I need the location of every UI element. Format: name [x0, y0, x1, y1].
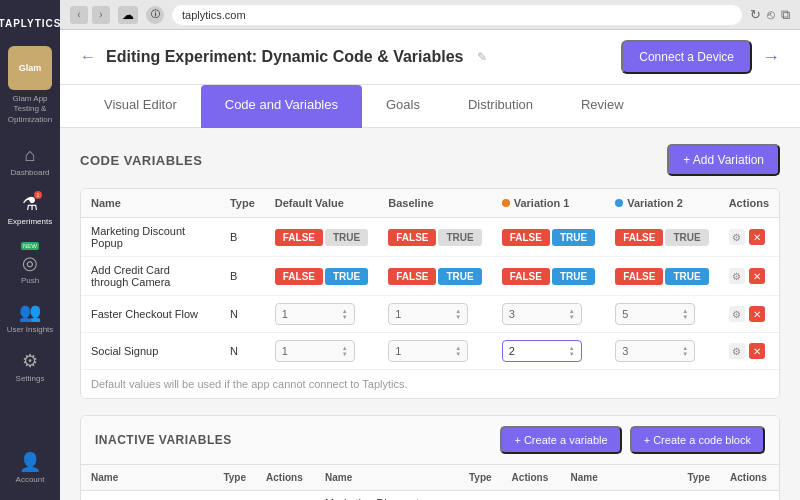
- tab-review[interactable]: Review: [557, 85, 648, 127]
- gear-icon[interactable]: ⚙: [729, 343, 745, 359]
- table-row: Social Signup N 1 ▲▼ 1 ▲▼: [81, 333, 779, 370]
- var2-false-btn[interactable]: FALSE: [615, 268, 663, 285]
- tab-bar: Visual Editor Code and Variables Goals D…: [60, 85, 800, 128]
- baseline-num: 1 ▲▼: [378, 333, 491, 370]
- baseline-false-btn[interactable]: FALSE: [388, 268, 436, 285]
- baseline-num-input[interactable]: 1 ▲▼: [388, 303, 468, 325]
- default-toggle: FALSE TRUE: [265, 257, 378, 296]
- default-false-btn[interactable]: FALSE: [275, 229, 323, 246]
- th-type-col3: Type: [677, 465, 720, 491]
- inactive-buttons: + Create a variable + Create a code bloc…: [500, 426, 765, 454]
- th-name-col1: Name: [81, 465, 213, 491]
- var1-num-input-active[interactable]: 2 ▲▼: [502, 340, 582, 362]
- browser-nav: ‹ ›: [70, 6, 110, 24]
- var1-true-btn[interactable]: TRUE: [552, 229, 595, 246]
- refresh-icon[interactable]: ↻: [750, 7, 761, 23]
- main-content: ‹ › ☁ ⓘ taplytics.com ↻ ⎋ ⧉ ← Editing Ex…: [60, 0, 800, 500]
- th-actions-col1: Actions: [256, 465, 315, 491]
- brand-label: Glam AppTesting &Optimization: [4, 94, 56, 125]
- tab-visual-editor[interactable]: Visual Editor: [80, 85, 201, 127]
- code-variables-header: CODE VARIABLES + Add Variation: [80, 144, 780, 176]
- default-false-btn[interactable]: FALSE: [275, 268, 323, 285]
- sidebar-item-experiments[interactable]: ⚗1 Experiments: [0, 185, 60, 234]
- header-left: ← Editing Experiment: Dynamic Code & Var…: [80, 48, 487, 66]
- sidebar-item-label: Push: [21, 276, 39, 285]
- th-variation2: Variation 2: [605, 189, 718, 218]
- row-actions: ⚙ ✕: [719, 333, 779, 370]
- row-type: B: [220, 218, 265, 257]
- info-text: Default values will be used if the app c…: [81, 369, 779, 398]
- dashboard-icon: ⌂: [25, 145, 36, 166]
- var1-false-btn[interactable]: FALSE: [502, 268, 550, 285]
- default-num-input[interactable]: 1 ▲▼: [275, 340, 355, 362]
- add-variation-button[interactable]: + Add Variation: [667, 144, 780, 176]
- gear-icon[interactable]: ⚙: [729, 229, 745, 245]
- default-true-btn[interactable]: TRUE: [325, 268, 368, 285]
- forward-arrow[interactable]: →: [762, 47, 780, 68]
- inactive-variables-table: Name Type Actions Name Type Actions Name…: [81, 465, 779, 500]
- delete-icon[interactable]: ✕: [749, 268, 765, 284]
- down-arrow[interactable]: ▼: [682, 351, 688, 357]
- down-arrow[interactable]: ▼: [455, 314, 461, 320]
- row-type: N: [220, 296, 265, 333]
- down-arrow[interactable]: ▼: [569, 351, 575, 357]
- sidebar-item-dashboard[interactable]: ⌂ Dashboard: [0, 137, 60, 185]
- baseline-true-btn[interactable]: TRUE: [438, 268, 481, 285]
- default-num-input[interactable]: 1 ▲▼: [275, 303, 355, 325]
- down-arrow[interactable]: ▼: [342, 314, 348, 320]
- settings-icon: ⚙: [22, 350, 38, 372]
- new-badge: NEW: [21, 242, 39, 250]
- default-num: 1 ▲▼: [265, 296, 378, 333]
- var1-false-btn[interactable]: FALSE: [502, 229, 550, 246]
- create-code-block-button[interactable]: + Create a code block: [630, 426, 765, 454]
- default-true-btn[interactable]: TRUE: [325, 229, 368, 246]
- var2-num-input[interactable]: 3 ▲▼: [615, 340, 695, 362]
- row-actions: ⚙ ✕: [719, 218, 779, 257]
- var1-num-input[interactable]: 3 ▲▼: [502, 303, 582, 325]
- down-arrow[interactable]: ▼: [342, 351, 348, 357]
- gear-icon[interactable]: ⚙: [729, 306, 745, 322]
- delete-icon[interactable]: ✕: [749, 306, 765, 322]
- row-actions: ⚙ ✕: [719, 257, 779, 296]
- brand-name: Glam: [19, 63, 42, 74]
- browser-forward-btn[interactable]: ›: [92, 6, 110, 24]
- delete-icon[interactable]: ✕: [749, 229, 765, 245]
- var1-true-btn[interactable]: TRUE: [552, 268, 595, 285]
- sidebar-item-label: Account: [16, 475, 45, 484]
- tab-code-and-variables[interactable]: Code and Variables: [201, 85, 362, 128]
- sidebar-item-push[interactable]: NEW ◎ Push: [0, 234, 60, 293]
- tab-goals[interactable]: Goals: [362, 85, 444, 127]
- sidebar-item-user-insights[interactable]: 👥 User Insights: [0, 293, 60, 342]
- back-button[interactable]: ←: [80, 48, 96, 66]
- browser-back-btn[interactable]: ‹: [70, 6, 88, 24]
- create-variable-button[interactable]: + Create a variable: [500, 426, 621, 454]
- var2-true-btn[interactable]: TRUE: [665, 229, 708, 246]
- var2-false-btn[interactable]: FALSE: [615, 229, 663, 246]
- window-icon[interactable]: ⧉: [781, 7, 790, 23]
- inactive-table-row: Check-out Flow B Enable Marketing Discou…: [81, 491, 779, 501]
- gear-icon[interactable]: ⚙: [729, 268, 745, 284]
- tab-distribution[interactable]: Distribution: [444, 85, 557, 127]
- browser-url[interactable]: taplytics.com: [172, 5, 742, 25]
- var2-num-input[interactable]: 5 ▲▼: [615, 303, 695, 325]
- down-arrow[interactable]: ▼: [455, 351, 461, 357]
- baseline-num-input[interactable]: 1 ▲▼: [388, 340, 468, 362]
- share-icon[interactable]: ⎋: [767, 7, 775, 23]
- down-arrow[interactable]: ▼: [682, 314, 688, 320]
- connect-device-button[interactable]: Connect a Device: [621, 40, 752, 74]
- inactive-name: Shopping Scrolls: [561, 491, 678, 501]
- var1-num: 3 ▲▼: [492, 296, 605, 333]
- brand-avatar[interactable]: Glam: [8, 46, 52, 90]
- sidebar-item-account[interactable]: 👤 Account: [0, 443, 60, 492]
- delete-icon[interactable]: ✕: [749, 343, 765, 359]
- edit-icon[interactable]: ✎: [477, 50, 487, 64]
- sidebar-item-settings[interactable]: ⚙ Settings: [0, 342, 60, 391]
- var2-true-btn[interactable]: TRUE: [665, 268, 708, 285]
- baseline-toggle: FALSE TRUE: [378, 218, 491, 257]
- th-default: Default Value: [265, 189, 378, 218]
- down-arrow[interactable]: ▼: [569, 314, 575, 320]
- baseline-false-btn[interactable]: FALSE: [388, 229, 436, 246]
- content-area: CODE VARIABLES + Add Variation Name Type…: [60, 128, 800, 500]
- baseline-true-btn[interactable]: TRUE: [438, 229, 481, 246]
- baseline-num: 1 ▲▼: [378, 296, 491, 333]
